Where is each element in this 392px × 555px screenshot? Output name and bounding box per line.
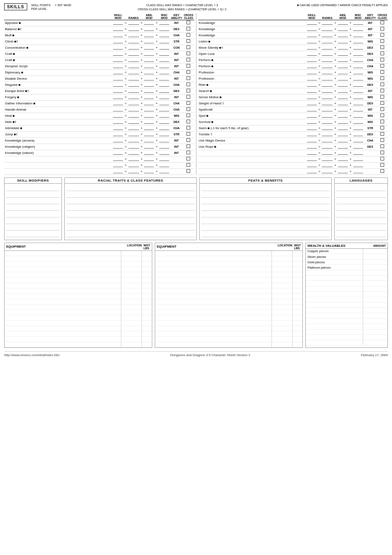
skill-mod-cell[interactable] — [112, 156, 124, 162]
abil-mod-field[interactable] — [338, 95, 348, 99]
abil-mod-field[interactable] — [144, 113, 154, 118]
equip-name-cell[interactable] — [5, 337, 121, 342]
misc-mod-field[interactable] — [353, 45, 363, 50]
abil-mod-cell[interactable] — [337, 94, 349, 100]
skill-mod-field[interactable] — [113, 21, 123, 25]
misc-mod-cell[interactable] — [352, 131, 364, 137]
abil-mod-cell[interactable] — [337, 168, 349, 175]
cross-class-cell[interactable] — [377, 162, 388, 168]
equip-name-cell[interactable] — [155, 305, 272, 310]
cross-class-checkbox[interactable] — [187, 33, 190, 37]
equip-weight-cell[interactable] — [292, 321, 302, 326]
skill-ranks-field[interactable] — [128, 138, 139, 142]
equip-location-cell[interactable] — [121, 256, 142, 262]
skill-ranks-cell[interactable] — [128, 45, 140, 51]
misc-mod-field[interactable] — [159, 95, 169, 99]
cross-class-cell[interactable] — [183, 45, 194, 51]
abil-mod-field[interactable] — [144, 169, 154, 173]
skill-ranks-cell[interactable] — [128, 162, 140, 168]
equip-weight-cell[interactable] — [292, 267, 302, 272]
cross-class-cell[interactable] — [377, 88, 388, 94]
abil-mod-field[interactable] — [338, 83, 348, 87]
equip-location-cell[interactable] — [272, 256, 292, 262]
wealth-empty-amount[interactable] — [363, 308, 387, 313]
skill-mod-field[interactable] — [307, 157, 317, 161]
equip-weight-cell[interactable] — [142, 288, 152, 294]
abil-mod-cell[interactable] — [337, 82, 349, 88]
abil-mod-field[interactable] — [144, 52, 154, 56]
skill-ranks-cell[interactable] — [128, 32, 140, 38]
equip-location-cell[interactable] — [121, 262, 142, 267]
skill-modifiers-body[interactable] — [5, 184, 61, 240]
skill-mod-cell[interactable] — [112, 69, 124, 76]
skill-mod-field[interactable] — [113, 113, 123, 118]
abil-mod-field[interactable] — [338, 70, 348, 74]
languages-body[interactable] — [335, 184, 387, 240]
skill-mod-field[interactable] — [113, 132, 123, 136]
cross-class-checkbox[interactable] — [380, 163, 384, 167]
skill-ranks-field[interactable] — [322, 126, 333, 130]
skill-mod-cell[interactable] — [306, 57, 318, 63]
skill-mod-field[interactable] — [113, 70, 123, 74]
skill-mod-field[interactable] — [307, 83, 317, 87]
cross-class-checkbox[interactable] — [187, 101, 190, 105]
skill-mod-field[interactable] — [113, 45, 123, 50]
abil-mod-cell[interactable] — [337, 150, 349, 156]
feats-benefits-body[interactable] — [200, 184, 331, 240]
skill-ranks-field[interactable] — [128, 52, 139, 56]
abil-mod-cell[interactable] — [143, 156, 155, 162]
abil-mod-field[interactable] — [338, 151, 348, 155]
skill-mod-cell[interactable] — [306, 76, 318, 82]
misc-mod-cell[interactable] — [158, 144, 170, 150]
wealth-empty-amount[interactable] — [363, 276, 387, 281]
equip-location-cell[interactable] — [121, 294, 142, 299]
misc-mod-field[interactable] — [353, 107, 363, 111]
equip-name-cell[interactable] — [5, 272, 121, 278]
cross-class-checkbox[interactable] — [187, 45, 190, 49]
cross-class-checkbox[interactable] — [187, 89, 190, 92]
skill-mod-field[interactable] — [113, 126, 123, 130]
wealth-empty-name[interactable] — [306, 335, 363, 340]
skill-mod-cell[interactable] — [306, 119, 318, 125]
equip-weight-cell[interactable] — [142, 315, 152, 321]
skill-mod-field[interactable] — [307, 107, 317, 111]
skill-ranks-field[interactable] — [322, 138, 333, 142]
skill-mod-field[interactable] — [113, 107, 123, 111]
equip-name-cell[interactable] — [155, 326, 272, 331]
misc-mod-field[interactable] — [159, 163, 169, 167]
misc-mod-field[interactable] — [159, 70, 169, 74]
abil-mod-cell[interactable] — [143, 119, 155, 125]
wealth-empty-amount[interactable] — [363, 313, 387, 319]
abil-mod-field[interactable] — [338, 138, 348, 142]
skill-mod-field[interactable] — [307, 33, 317, 37]
skill-ranks-cell[interactable] — [321, 63, 333, 69]
abil-mod-field[interactable] — [338, 52, 348, 56]
misc-mod-field[interactable] — [159, 21, 169, 25]
skill-ranks-field[interactable] — [322, 120, 333, 124]
cross-class-cell[interactable] — [377, 82, 388, 88]
abil-mod-cell[interactable] — [143, 168, 155, 175]
skill-mod-cell[interactable] — [306, 137, 318, 144]
skill-mod-field[interactable] — [307, 126, 317, 130]
skill-mod-cell[interactable] — [306, 106, 318, 113]
cross-class-cell[interactable] — [377, 45, 388, 51]
misc-mod-cell[interactable] — [158, 76, 170, 82]
skill-ranks-field[interactable] — [128, 58, 139, 62]
misc-mod-cell[interactable] — [158, 20, 170, 26]
misc-mod-cell[interactable] — [352, 20, 364, 26]
abil-mod-field[interactable] — [338, 89, 348, 93]
equip-weight-cell[interactable] — [292, 326, 302, 331]
misc-mod-field[interactable] — [159, 132, 169, 136]
cross-class-checkbox[interactable] — [380, 151, 384, 154]
wealth-empty-name[interactable] — [306, 281, 363, 286]
wealth-empty-name[interactable] — [306, 319, 363, 324]
skill-mod-field[interactable] — [113, 144, 123, 149]
skill-ranks-cell[interactable] — [128, 156, 140, 162]
abil-mod-cell[interactable] — [143, 88, 155, 94]
abil-mod-cell[interactable] — [337, 26, 349, 32]
misc-mod-cell[interactable] — [158, 125, 170, 131]
equip-name-cell[interactable] — [155, 331, 272, 337]
misc-mod-field[interactable] — [159, 138, 169, 142]
abil-mod-field[interactable] — [144, 144, 154, 149]
misc-mod-field[interactable] — [159, 76, 169, 80]
